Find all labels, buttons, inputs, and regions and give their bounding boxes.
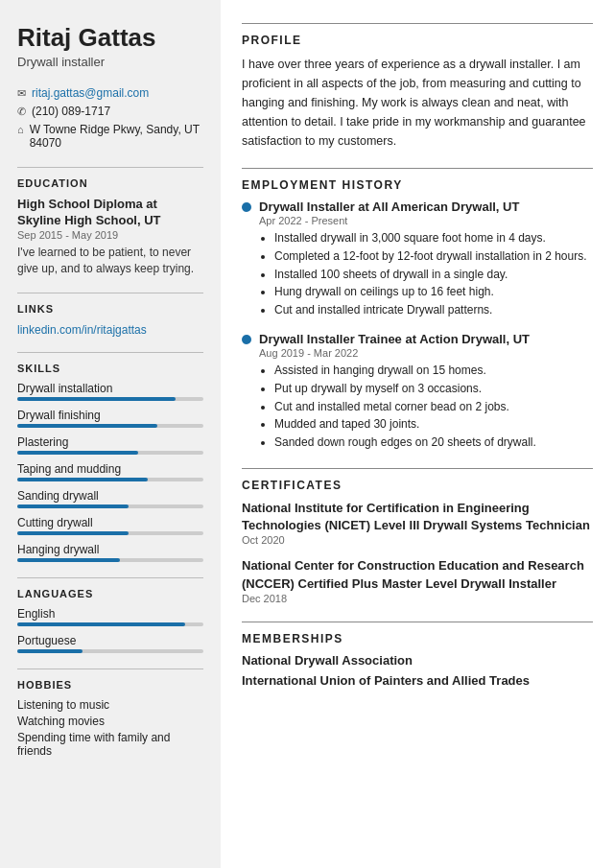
contact-phone: ✆ (210) 089-1717 xyxy=(17,105,203,118)
hobbies-list: Listening to musicWatching moviesSpendin… xyxy=(17,698,203,758)
language-bar-fill xyxy=(17,649,83,653)
skill-item: Drywall finishing xyxy=(17,409,203,428)
skill-bar-bg xyxy=(17,397,203,401)
hobbies-title: HOBBIES xyxy=(17,679,203,691)
skill-item: Plastering xyxy=(17,435,203,455)
linkedin-link-item: linkedin.com/in/ritajgattas xyxy=(17,322,203,337)
skills-list: Drywall installation Drywall finishing P… xyxy=(17,382,203,562)
profile-text: I have over three years of experience as… xyxy=(242,55,593,151)
candidate-name: Ritaj Gattas xyxy=(17,23,203,53)
skill-name: Hanging drywall xyxy=(17,543,203,556)
cert-date: Dec 2018 xyxy=(242,593,593,604)
education-section: EDUCATION High School Diploma at Skyline… xyxy=(17,167,203,276)
skill-name: Sanding drywall xyxy=(17,489,203,503)
skill-bar-fill xyxy=(17,478,148,481)
cert-title: National Center for Construction Educati… xyxy=(242,557,593,592)
employment-section: EMPLOYMENT HISTORY Drywall Installer at … xyxy=(242,168,593,451)
contact-email: ✉ ritaj.gattas@gmail.com xyxy=(17,86,203,100)
edu-description: I've learned to be patient, to never giv… xyxy=(17,245,203,277)
employment-section-title: EMPLOYMENT HISTORY xyxy=(242,178,593,192)
sidebar: Ritaj Gattas Drywall installer ✉ ritaj.g… xyxy=(0,0,221,868)
contact-address: ⌂ W Towne Ridge Pkwy, Sandy, UT 84070 xyxy=(17,123,203,150)
languages-title: LANGUAGES xyxy=(17,588,203,599)
languages-section: LANGUAGES English Portuguese xyxy=(17,577,203,653)
phone-value: (210) 089-1717 xyxy=(32,105,110,118)
language-name: Portuguese xyxy=(17,634,203,647)
links-section: LINKS linkedin.com/in/ritajgattas xyxy=(17,293,203,337)
job-bullet: Sanded down rough edges on 20 sheets of … xyxy=(274,434,593,451)
job-title: Drywall Installer Trainee at Action Dryw… xyxy=(259,332,593,346)
certificates-section: CERTIFICATES National Institute for Cert… xyxy=(242,468,593,604)
main-content: PROFILE I have over three years of exper… xyxy=(221,0,614,868)
skill-item: Drywall installation xyxy=(17,382,203,401)
skill-name: Drywall finishing xyxy=(17,409,203,422)
linkedin-link[interactable]: linkedin.com/in/ritajgattas xyxy=(17,323,147,337)
links-title: LINKS xyxy=(17,303,203,315)
languages-list: English Portuguese xyxy=(17,607,203,653)
language-item: English xyxy=(17,607,203,626)
job-bullet: Hung drywall on ceilings up to 16 feet h… xyxy=(274,284,593,300)
edu-dates: Sep 2015 - May 2019 xyxy=(17,229,203,241)
job-dot xyxy=(242,202,251,212)
job-title: Drywall Installer at All American Drywal… xyxy=(259,199,593,214)
certs-list: National Institute for Certification in … xyxy=(242,500,593,604)
skill-bar-fill xyxy=(17,531,129,535)
members-list: National Drywall AssociationInternationa… xyxy=(242,653,593,688)
job-bullet: Installed drywall in 3,000 square foot h… xyxy=(274,230,593,246)
cert-entry: National Center for Construction Educati… xyxy=(242,557,593,603)
skill-bar-bg xyxy=(17,531,203,535)
membership-item: International Union of Painters and Alli… xyxy=(242,673,593,688)
memberships-section-title: MEMBERSHIPS xyxy=(242,632,593,645)
cert-title: National Institute for Certification in … xyxy=(242,500,593,534)
hobby-item: Watching movies xyxy=(17,715,203,728)
skill-bar-fill xyxy=(17,424,157,428)
skill-item: Taping and mudding xyxy=(17,462,203,481)
edu-degree: High School Diploma at Skyline High Scho… xyxy=(17,197,203,229)
job-bullet: Assisted in hanging drywall on 15 homes. xyxy=(274,363,593,379)
job-bullet: Cut and installed metal corner bead on 2… xyxy=(274,399,593,415)
job-bullet: Installed 100 sheets of drywall in a sin… xyxy=(274,267,593,283)
language-bar-fill xyxy=(17,622,185,626)
jobs-list: Drywall Installer at All American Drywal… xyxy=(242,199,593,451)
contact-section: ✉ ritaj.gattas@gmail.com ✆ (210) 089-171… xyxy=(17,86,203,150)
job-bullet: Mudded and taped 30 joints. xyxy=(274,416,593,433)
profile-section: PROFILE I have over three years of exper… xyxy=(242,23,593,151)
cert-date: Oct 2020 xyxy=(242,534,593,546)
job-dot xyxy=(242,335,251,344)
email-icon: ✉ xyxy=(17,87,26,100)
skill-name: Drywall installation xyxy=(17,382,203,395)
skill-bar-bg xyxy=(17,558,203,562)
skill-bar-bg xyxy=(17,451,203,455)
email-link[interactable]: ritaj.gattas@gmail.com xyxy=(32,86,149,100)
job-dates: Apr 2022 - Present xyxy=(259,215,593,226)
skill-bar-bg xyxy=(17,424,203,428)
skill-bar-fill xyxy=(17,397,176,401)
certificates-section-title: CERTIFICATES xyxy=(242,479,593,492)
skill-item: Cutting drywall xyxy=(17,516,203,535)
cert-entry: National Institute for Certification in … xyxy=(242,500,593,546)
job-bullet: Completed a 12-foot by 12-foot drywall i… xyxy=(274,248,593,265)
skill-bar-bg xyxy=(17,504,203,508)
address-value: W Towne Ridge Pkwy, Sandy, UT 84070 xyxy=(30,123,203,150)
skill-name: Plastering xyxy=(17,435,203,449)
hobby-item: Spending time with family and friends xyxy=(17,731,203,758)
language-bar-bg xyxy=(17,622,203,626)
skills-section: SKILLS Drywall installation Drywall fini… xyxy=(17,352,203,562)
candidate-job-title: Drywall installer xyxy=(17,55,203,69)
hobby-item: Listening to music xyxy=(17,698,203,712)
skill-bar-bg xyxy=(17,478,203,481)
skill-item: Hanging drywall xyxy=(17,543,203,562)
skill-bar-fill xyxy=(17,504,129,508)
language-item: Portuguese xyxy=(17,634,203,653)
education-title: EDUCATION xyxy=(17,177,203,189)
job-dates: Aug 2019 - Mar 2022 xyxy=(259,347,593,359)
language-name: English xyxy=(17,607,203,621)
skill-bar-fill xyxy=(17,558,120,562)
job-bullet: Put up drywall by myself on 3 occasions. xyxy=(274,381,593,397)
job-entry: Drywall Installer Trainee at Action Dryw… xyxy=(242,332,593,451)
memberships-section: MEMBERSHIPS National Drywall Association… xyxy=(242,622,593,688)
job-entry: Drywall Installer at All American Drywal… xyxy=(242,199,593,318)
job-bullets: Assisted in hanging drywall on 15 homes.… xyxy=(259,363,593,451)
skill-name: Taping and mudding xyxy=(17,462,203,476)
skill-name: Cutting drywall xyxy=(17,516,203,529)
